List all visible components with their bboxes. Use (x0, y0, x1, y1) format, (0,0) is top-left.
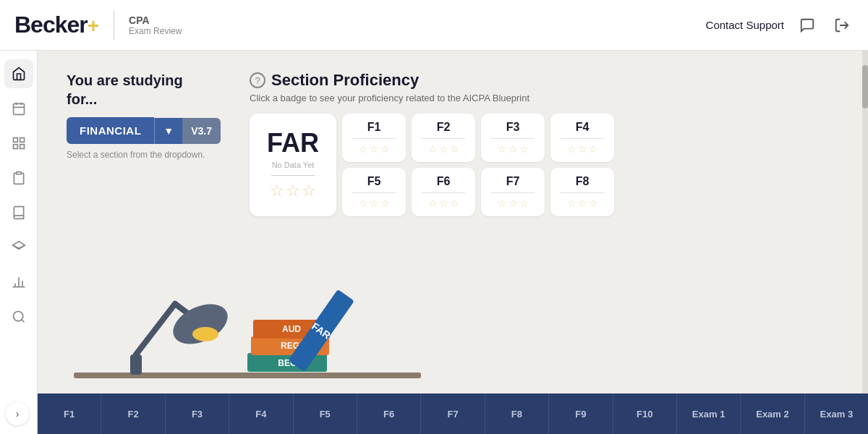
badge-f3[interactable]: F3 ☆☆☆ (481, 114, 545, 162)
badge-f5-stars: ☆☆☆ (359, 197, 390, 209)
sidebar-item-clipboard[interactable] (4, 163, 33, 192)
tab-f9[interactable]: F9 (549, 393, 613, 434)
tab-f8[interactable]: F8 (485, 393, 549, 434)
badge-f2[interactable]: F2 ☆☆☆ (412, 114, 475, 162)
tab-f3[interactable]: F3 (166, 393, 229, 434)
header: Becker + CPA Exam Review Contact Support (0, 0, 868, 51)
logo: Becker + (14, 12, 99, 38)
sidebar-item-book[interactable] (4, 198, 33, 227)
svg-rect-16 (74, 373, 421, 378)
sidebar-item-layers[interactable] (4, 233, 33, 262)
tab-f5[interactable]: F5 (294, 393, 357, 434)
badge-f5[interactable]: F5 ☆☆☆ (342, 168, 406, 216)
svg-text:AUD: AUD (282, 324, 301, 334)
badge-f3-divider (491, 138, 535, 139)
app-layout: You are studying for... FINANCIAL ▼ V3.7… (0, 51, 868, 434)
badge-f8-stars: ☆☆☆ (567, 197, 598, 209)
message-icon[interactable] (796, 14, 819, 37)
section-name-button[interactable]: FINANCIAL (67, 117, 154, 144)
svg-rect-22 (247, 353, 327, 372)
section-hint: Select a section from the dropdown. (67, 150, 221, 160)
far-star-3: ☆ (302, 182, 316, 200)
badge-f7-divider (491, 192, 535, 193)
badge-f4-stars: ☆☆☆ (567, 143, 598, 155)
logo-text: Becker (14, 12, 88, 38)
section-dropdown-button[interactable]: ▼ (154, 118, 182, 144)
logout-icon[interactable] (830, 14, 854, 37)
tab-exam3[interactable]: Exam 3 (805, 393, 868, 434)
svg-rect-8 (16, 172, 21, 174)
badge-f8[interactable]: F8 ☆☆☆ (550, 168, 614, 216)
tab-exam2[interactable]: Exam 2 (741, 393, 804, 434)
expand-sidebar-button[interactable]: › (6, 402, 29, 425)
studying-label-line1: You are studying (67, 72, 183, 88)
header-divider (114, 11, 114, 40)
right-scrollbar[interactable] (862, 51, 868, 393)
top-section: You are studying for... FINANCIAL ▼ V3.7… (38, 51, 868, 228)
far-card[interactable]: FAR No Data Yet ☆ ☆ ☆ (250, 114, 336, 216)
sidebar-item-search[interactable] (4, 302, 33, 331)
tab-f1[interactable]: F1 (38, 393, 101, 434)
svg-rect-28 (288, 289, 354, 372)
far-no-data: No Data Yet (272, 161, 315, 169)
badge-f1-stars: ☆☆☆ (359, 143, 390, 155)
proficiency-grid: FAR No Data Yet ☆ ☆ ☆ F1 (250, 114, 839, 216)
svg-rect-24 (251, 336, 329, 355)
sidebar-item-grid[interactable] (4, 129, 33, 158)
svg-rect-26 (253, 320, 330, 339)
svg-line-18 (136, 304, 175, 354)
header-exam-review: Exam Review (129, 26, 182, 36)
svg-rect-0 (13, 103, 24, 114)
far-star-1: ☆ (270, 182, 284, 200)
studying-label: You are studying for... (67, 71, 221, 109)
badge-f6-divider (422, 192, 465, 193)
bottom-tabs: F1 F2 F3 F4 F5 F6 F7 F8 F9 F10 Exam 1 Ex… (38, 393, 868, 434)
svg-line-19 (175, 304, 204, 326)
logo-plus: + (88, 14, 99, 38)
svg-rect-7 (13, 145, 17, 149)
tab-f2[interactable]: F2 (101, 393, 165, 434)
tab-f4[interactable]: F4 (229, 393, 293, 434)
tab-f7[interactable]: F7 (421, 393, 485, 434)
badge-f1-divider (352, 138, 396, 139)
section-selector: FINANCIAL ▼ V3.7 (67, 117, 221, 144)
badge-f8-divider (561, 192, 604, 193)
sidebar (0, 51, 38, 434)
tab-f10[interactable]: F10 (613, 393, 677, 434)
sidebar-item-calendar[interactable] (4, 94, 33, 123)
far-stars: ☆ ☆ ☆ (270, 182, 316, 200)
badge-f1[interactable]: F1 ☆☆☆ (342, 114, 406, 162)
svg-rect-17 (130, 354, 142, 375)
badge-f3-stars: ☆☆☆ (498, 143, 529, 155)
illustration-svg: BEC REG AUD FAR (74, 231, 421, 391)
badge-f7-stars: ☆☆☆ (498, 197, 529, 209)
far-label: FAR (267, 130, 319, 156)
badges-grid: F1 ☆☆☆ F2 ☆☆☆ (342, 114, 614, 216)
tab-f6[interactable]: F6 (357, 393, 421, 434)
illustration-area: BEC REG AUD FAR (74, 231, 421, 391)
contact-support-link[interactable]: Contact Support (706, 19, 784, 31)
studying-block: You are studying for... FINANCIAL ▼ V3.7… (67, 71, 221, 160)
sidebar-item-chart[interactable] (4, 268, 33, 297)
svg-line-15 (21, 320, 24, 323)
section-version: V3.7 (182, 118, 221, 144)
studying-label-line2: for... (67, 91, 97, 107)
scroll-thumb[interactable] (862, 65, 868, 109)
badge-f6-stars: ☆☆☆ (428, 197, 459, 209)
badge-f6[interactable]: F6 ☆☆☆ (412, 168, 475, 216)
svg-point-20 (167, 296, 234, 352)
badge-f4[interactable]: F4 ☆☆☆ (550, 114, 614, 162)
svg-text:FAR: FAR (310, 320, 333, 341)
badge-f7[interactable]: F7 ☆☆☆ (481, 168, 545, 216)
help-icon[interactable]: ? (250, 72, 265, 88)
badge-f2-stars: ☆☆☆ (428, 143, 459, 155)
badge-f5-divider (352, 192, 396, 193)
far-divider (271, 175, 315, 176)
svg-rect-5 (20, 138, 24, 142)
svg-text:BEC: BEC (278, 358, 297, 368)
svg-rect-6 (20, 145, 24, 149)
sidebar-item-home[interactable] (4, 59, 33, 88)
svg-point-14 (13, 312, 22, 321)
tab-exam1[interactable]: Exam 1 (677, 393, 741, 434)
badge-f2-divider (422, 138, 465, 139)
